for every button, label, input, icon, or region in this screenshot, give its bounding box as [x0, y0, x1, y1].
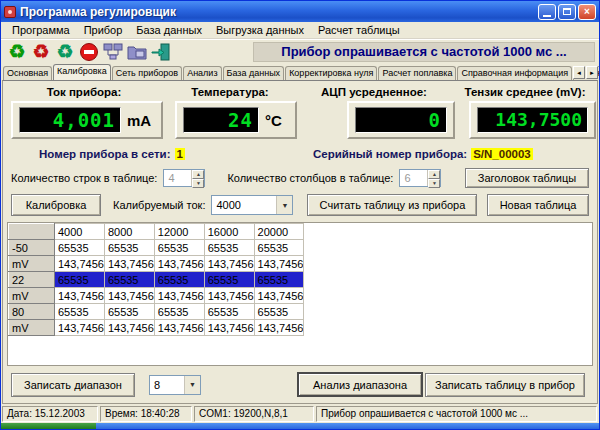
grid-cell[interactable]: 143,7456 — [104, 256, 154, 272]
menu-item-0[interactable]: Программа — [5, 23, 77, 37]
minimize-button[interactable] — [538, 4, 556, 20]
grid-cell[interactable]: 143,7456 — [104, 288, 154, 304]
new-table-button[interactable]: Новая таблица — [487, 194, 589, 216]
tab-1[interactable]: Калибровка — [53, 64, 111, 80]
grid-cell[interactable]: 143,7456 — [254, 320, 304, 336]
tab-3[interactable]: Анализ — [183, 66, 221, 80]
recycle-teal-icon[interactable]: ♻ — [53, 41, 77, 63]
grid-cell[interactable]: 65535 — [254, 304, 304, 320]
analyze-range-button[interactable]: Анализ диапазона — [297, 372, 423, 397]
grid-cell[interactable]: 143,7456 — [55, 288, 105, 304]
restore-button[interactable] — [558, 4, 576, 20]
grid-cell[interactable]: 143,7456 — [254, 288, 304, 304]
grid-column-header[interactable]: 20000 — [254, 224, 304, 240]
menu-item-3[interactable]: Выгрузка данных — [209, 23, 311, 37]
grid-column-header[interactable]: 16000 — [204, 224, 254, 240]
calibrate-button[interactable]: Калибровка — [11, 194, 101, 216]
grid-row-2: 226553565535655356553565535 — [9, 272, 304, 288]
grid-cell[interactable]: 65535 — [204, 240, 254, 256]
tab-4[interactable]: База данных — [223, 66, 285, 80]
network-number-value: 1 — [175, 148, 185, 160]
calibration-current-dropdown-icon: ▼ — [276, 196, 292, 214]
grid-cell[interactable]: 65535 — [204, 304, 254, 320]
tab-2[interactable]: Сеть приборов — [112, 66, 182, 80]
tensometer-label: Тензик среднее (mV): — [453, 86, 597, 98]
grid-cell[interactable]: 65535 — [55, 240, 105, 256]
grid-cell[interactable]: 143,7456 — [204, 288, 254, 304]
temperature-unit: °C — [265, 112, 282, 129]
menu-item-2[interactable]: База данных — [129, 23, 209, 37]
grid-cell[interactable]: 65535 — [104, 304, 154, 320]
range-dropdown[interactable]: 8 ▼ — [149, 375, 201, 395]
calibration-grid[interactable]: 40008000120001600020000-5065535655356553… — [8, 223, 304, 336]
write-range-button[interactable]: Записать диапазон — [11, 373, 135, 397]
grid-cell[interactable]: 143,7456 — [104, 320, 154, 336]
grid-row-label: mV — [9, 320, 55, 336]
grid-cell[interactable]: 65535 — [104, 272, 154, 288]
menu-item-4[interactable]: Расчет таблицы — [311, 23, 407, 37]
no-entry-icon[interactable] — [77, 41, 101, 63]
grid-cell[interactable]: 65535 — [204, 272, 254, 288]
rows-count-label: Количество строк в таблице: — [11, 172, 157, 184]
grid-row-4: 806553565535655356553565535 — [9, 304, 304, 320]
current-display-value: 4,001 — [19, 107, 121, 133]
menu-item-1[interactable]: Прибор — [77, 23, 130, 37]
write-table-button[interactable]: Записать таблицу в прибор — [425, 373, 585, 397]
grid-cell[interactable]: 143,7456 — [154, 288, 204, 304]
calibration-current-label: Калибруемый ток: — [113, 199, 205, 211]
grid-cell[interactable]: 65535 — [254, 240, 304, 256]
grid-cell[interactable]: 65535 — [104, 240, 154, 256]
read-table-button[interactable]: Считать таблицу из прибора — [307, 194, 477, 216]
restore-icon — [563, 8, 571, 15]
tab-5[interactable]: Корректировка нуля — [285, 66, 377, 80]
grid-row-label: 80 — [9, 304, 55, 320]
grid-cell[interactable]: 65535 — [154, 272, 204, 288]
toolbar: ♻ ♻ ♻ Прибор опрашивается с частотой 10 — [1, 39, 599, 63]
folder-disk-icon[interactable] — [125, 41, 149, 63]
grid-cell[interactable]: 143,7456 — [55, 256, 105, 272]
bottom-controls-row: Записать диапазон 8 ▼ Анализ диапазона З… — [3, 372, 597, 397]
display-labels-row: Ток прибора: Температура: АЦП усредненно… — [3, 86, 597, 98]
network-icon[interactable] — [101, 41, 125, 63]
rows-count-spinner[interactable]: 4 ▲ ▼ — [163, 169, 205, 187]
grid-cell[interactable]: 65535 — [254, 272, 304, 288]
grid-corner-cell — [9, 224, 55, 240]
table-header-button[interactable]: Заголовок таблицы — [465, 168, 589, 188]
tab-scroll-right-icon[interactable]: ► — [586, 66, 598, 79]
grid-row-label: -50 — [9, 240, 55, 256]
calibration-current-dropdown[interactable]: 4000 ▼ — [211, 195, 293, 215]
cols-count-spinner[interactable]: 6 ▲ ▼ — [399, 169, 441, 187]
grid-cell[interactable]: 143,7456 — [55, 320, 105, 336]
tab-0[interactable]: Основная — [3, 66, 52, 80]
cols-spin-down-icon[interactable]: ▼ — [428, 179, 440, 188]
grid-column-header[interactable]: 12000 — [154, 224, 204, 240]
recycle-red-icon[interactable]: ♻ — [29, 41, 53, 63]
tab-7[interactable]: Справочная информация — [457, 66, 572, 80]
rows-spin-down-icon[interactable]: ▼ — [192, 179, 204, 188]
cols-spin-up-icon[interactable]: ▲ — [428, 170, 440, 179]
grid-cell[interactable]: 143,7456 — [204, 256, 254, 272]
grid-cell[interactable]: 143,7456 — [154, 320, 204, 336]
grid-column-header[interactable]: 8000 — [104, 224, 154, 240]
exit-door-icon[interactable] — [149, 41, 173, 63]
rows-spin-up-icon[interactable]: ▲ — [192, 170, 204, 179]
taskbar-strip — [96, 423, 599, 429]
close-button[interactable]: × — [578, 4, 596, 20]
grid-cell[interactable]: 65535 — [55, 272, 105, 288]
calibration-grid-body: 40008000120001600020000-5065535655356553… — [9, 224, 304, 336]
temperature-display-panel: 24 °C — [175, 101, 297, 139]
grid-cell[interactable]: 143,7456 — [254, 256, 304, 272]
tab-6[interactable]: Расчет поплавка — [378, 66, 456, 80]
recycle-green-icon[interactable]: ♻ — [5, 41, 29, 63]
grid-cell[interactable]: 65535 — [154, 240, 204, 256]
status-message: Прибор опрашивается с частотой 1000 мс .… — [316, 406, 597, 422]
status-bar: Дата: 15.12.2003 Время: 18:40:28 COM1: 1… — [1, 404, 599, 423]
tensometer-display-panel: 143,7500 — [469, 101, 596, 139]
grid-cell[interactable]: 143,7456 — [154, 256, 204, 272]
menu-bar: ПрограммаПриборБаза данныхВыгрузка данны… — [1, 22, 599, 39]
grid-cell[interactable]: 143,7456 — [204, 320, 254, 336]
grid-column-header[interactable]: 4000 — [55, 224, 105, 240]
tab-scroll-left-icon[interactable]: ◄ — [573, 66, 585, 79]
grid-cell[interactable]: 65535 — [154, 304, 204, 320]
grid-cell[interactable]: 65535 — [55, 304, 105, 320]
